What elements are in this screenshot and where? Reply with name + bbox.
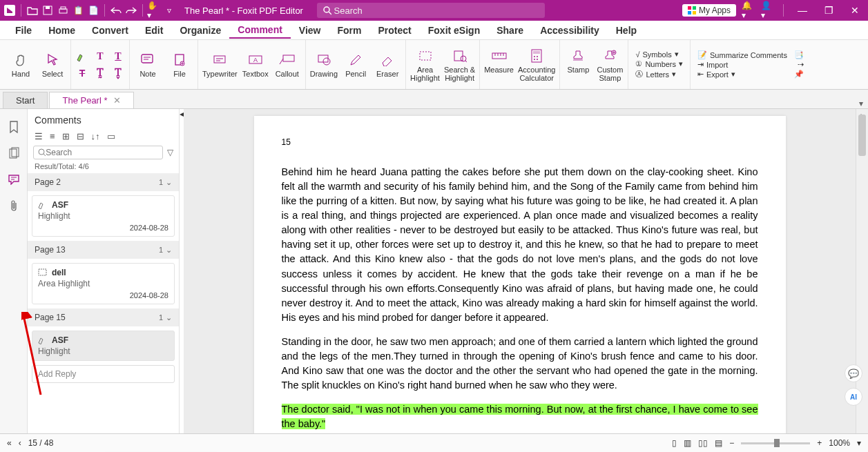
menu-organize[interactable]: Organize (171, 23, 229, 38)
view-facing-icon[interactable]: ▯▯ (698, 438, 708, 448)
comment-search[interactable] (33, 146, 163, 159)
view-single-icon[interactable]: ▯ (672, 438, 677, 448)
comment-card[interactable]: ASF Highlight 2024-08-28 (32, 195, 175, 237)
strikeout-icon[interactable]: T (75, 66, 89, 80)
pencil-tool[interactable]: Pencil (342, 52, 369, 78)
hand-tool[interactable]: Hand (7, 52, 35, 78)
zoom-slider[interactable] (741, 442, 810, 444)
comment-search-input[interactable] (46, 148, 158, 157)
area-highlight-tool[interactable]: Area Highlight (410, 48, 440, 82)
pdf-page[interactable]: 15 Behind him he heard Juana patting the… (254, 116, 786, 433)
textbox-tool[interactable]: ATextbox (242, 52, 269, 78)
tab-document[interactable]: The Pearl *✕ (49, 92, 133, 108)
search-highlight-tool[interactable]: Search & Highlight (444, 48, 475, 82)
text-t-icon[interactable]: T (93, 50, 107, 63)
pages-icon[interactable] (7, 146, 21, 160)
scroll-thumb[interactable] (858, 115, 866, 156)
menu-home[interactable]: Home (40, 23, 84, 38)
caret-icon[interactable]: T̬ (111, 66, 125, 80)
menu-view[interactable]: View (291, 23, 329, 38)
global-search[interactable] (317, 3, 545, 18)
chat-float-icon[interactable]: 💬 (845, 364, 862, 382)
menu-edit[interactable]: Edit (137, 23, 171, 38)
menu-accessibility[interactable]: Accessibility (532, 23, 608, 38)
eraser-tool[interactable]: Eraser (374, 52, 401, 78)
close-button[interactable]: ✕ (845, 5, 865, 16)
typewriter-tool[interactable]: Typewriter (202, 52, 238, 78)
squiggly-icon[interactable]: T̰ (93, 66, 107, 80)
svg-point-30 (39, 149, 44, 155)
next-comment-icon[interactable]: ⊞ (62, 131, 70, 141)
save-icon[interactable] (41, 3, 55, 17)
close-tab-icon[interactable]: ✕ (113, 95, 121, 106)
bell-icon[interactable]: 🔔▾ (742, 3, 755, 17)
collapse-all-icon[interactable]: ≡ (50, 131, 55, 141)
sort-icon[interactable]: ↓↑ (91, 131, 100, 141)
page-group-header[interactable]: Page 21 ⌄ (28, 173, 179, 191)
restore-button[interactable]: ❐ (818, 5, 839, 16)
page-group-header[interactable]: Page 131 ⌄ (28, 241, 179, 259)
export-button[interactable]: ⇤ Export ▾📌 (697, 70, 804, 79)
expand-all-icon[interactable]: ☰ (35, 131, 43, 141)
comment-card[interactable]: dell Area Highlight 2024-08-28 (32, 263, 175, 304)
measure-tool[interactable]: Measure (484, 48, 514, 82)
drawing-tool[interactable]: Drawing (310, 52, 338, 78)
file-attach-tool[interactable]: File (166, 52, 193, 78)
page-indicator[interactable]: 15 / 48 (28, 438, 54, 448)
global-search-input[interactable] (334, 6, 539, 16)
note-tool[interactable]: Note (134, 52, 162, 78)
filter-icon[interactable]: ▽ (167, 148, 173, 157)
callout-tool[interactable]: Callout (273, 52, 301, 78)
open-icon[interactable] (26, 3, 39, 17)
menu-esign[interactable]: Foxit eSign (420, 23, 488, 38)
stamp-tool[interactable]: Stamp (564, 48, 592, 82)
prev-page-icon[interactable]: ‹ (19, 438, 21, 448)
qat-more-icon[interactable]: ▿ (162, 3, 176, 17)
tabs-expand-icon[interactable]: ▾ (854, 99, 868, 108)
accounting-calc-tool[interactable]: Accounting Calculator (518, 48, 555, 82)
zoom-dropdown-icon[interactable]: ▾ (857, 438, 861, 448)
first-page-icon[interactable]: « (7, 438, 12, 448)
undo-icon[interactable] (109, 3, 123, 17)
symbols-menu[interactable]: √ Symbols ▾ (635, 50, 683, 59)
import-button[interactable]: ⇥ Import⇢ (697, 60, 804, 69)
zoom-out-icon[interactable]: − (729, 438, 734, 448)
menu-convert[interactable]: Convert (84, 23, 137, 38)
zoom-value[interactable]: 100% (829, 438, 850, 448)
prev-comment-icon[interactable]: ⊟ (77, 131, 84, 141)
add-reply-input[interactable]: Add Reply (32, 365, 175, 383)
minimize-button[interactable]: — (792, 5, 813, 16)
redo-icon[interactable] (124, 3, 138, 17)
title-bar: 📋 📄 ✋▾ ▿ The Pearl * - Foxit PDF Editor … (0, 0, 868, 21)
view-bookview-icon[interactable]: ▤ (715, 438, 722, 448)
bookmark-icon[interactable] (7, 120, 21, 134)
menu-help[interactable]: Help (608, 23, 645, 38)
menu-comment[interactable]: Comment (229, 22, 291, 39)
menu-protect[interactable]: Protect (370, 23, 420, 38)
comments-nav-icon[interactable] (7, 173, 21, 186)
select-tool[interactable]: Select (39, 52, 66, 78)
undo-paste-icon[interactable]: 📋 (71, 3, 85, 17)
ai-float-icon[interactable]: AI (845, 388, 862, 406)
highlight-icon[interactable] (75, 50, 89, 63)
zoom-in-icon[interactable]: + (817, 438, 822, 448)
page-forward-icon[interactable]: 📄 (86, 3, 100, 17)
menu-form[interactable]: Form (329, 23, 370, 38)
summarize-comments-button[interactable]: 📝 Summarize Comments 📑 (697, 50, 804, 59)
page-group-header[interactable]: Page 151 ⌄ (28, 308, 179, 326)
view-continuous-icon[interactable]: ▥ (684, 438, 691, 448)
underline-t-icon[interactable]: T (111, 50, 125, 63)
menu-share[interactable]: Share (488, 23, 532, 38)
comment-card-selected[interactable]: ASF Highlight (32, 331, 175, 361)
options-icon[interactable]: ▭ (107, 131, 115, 141)
custom-stamp-tool[interactable]: Custom Stamp (596, 48, 624, 82)
touch-icon[interactable]: ✋▾ (147, 3, 161, 17)
account-icon[interactable]: 👤▾ (761, 3, 775, 17)
menu-file[interactable]: File (7, 23, 40, 38)
letters-menu[interactable]: Ⓐ Letters ▾ (635, 69, 683, 79)
numbers-menu[interactable]: ① Numbers ▾ (635, 59, 683, 68)
print-icon[interactable] (56, 3, 70, 17)
attachments-icon[interactable] (7, 199, 21, 213)
tab-start[interactable]: Start (3, 92, 48, 108)
my-apps-button[interactable]: My Apps (682, 4, 736, 17)
